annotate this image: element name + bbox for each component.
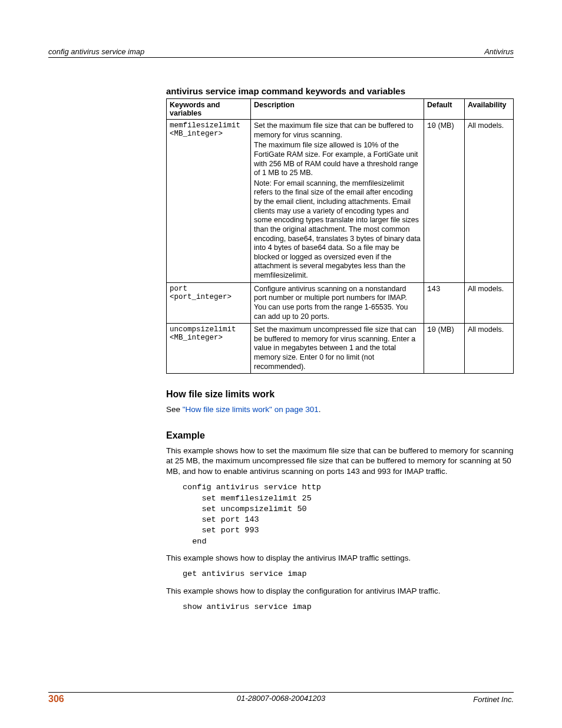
cell-default: 10 (MB)	[424, 324, 465, 374]
header-right: Antivirus	[484, 47, 514, 56]
footer-doc-id: 01-28007-0068-20041203	[237, 694, 325, 703]
page-number: 306	[48, 694, 64, 704]
content-area: antivirus service imap command keywords …	[166, 86, 514, 612]
default-unit: (MB)	[436, 325, 454, 334]
default-value: 10	[427, 326, 436, 334]
header-left: config antivirus service imap	[48, 47, 144, 56]
link-how-file-size-limits[interactable]: "How file size limits work" on page 301	[183, 405, 319, 414]
cell-description: Set the maximum file size that can be bu…	[251, 120, 424, 283]
table-title: antivirus service imap command keywords …	[166, 86, 514, 96]
code-block-config: config antivirus service http set memfil…	[183, 482, 514, 546]
th-availability: Availability	[465, 99, 514, 120]
cell-availability: All models.	[465, 324, 514, 374]
how-see-paragraph: See "How file size limits work" on page …	[166, 404, 514, 415]
desc-paragraph: Set the maximum file size that can be bu…	[254, 121, 421, 140]
cell-keyword: uncompsizelimit <MB_integer>	[167, 324, 251, 374]
default-unit: (MB)	[436, 121, 454, 130]
table-row: uncompsizelimit <MB_integer> Set the max…	[167, 324, 514, 374]
cell-default: 10 (MB)	[424, 120, 465, 283]
page: config antivirus service imap Antivirus …	[0, 0, 562, 728]
code-block-get: get antivirus service imap	[183, 569, 514, 579]
keywords-table: Keywords and variables Description Defau…	[166, 98, 514, 374]
running-header: config antivirus service imap Antivirus	[48, 47, 514, 58]
cell-keyword: memfilesizelimit <MB_integer>	[167, 120, 251, 283]
cell-availability: All models.	[465, 282, 514, 324]
heading-how-file-size: How file size limits work	[166, 389, 514, 400]
cell-description: Set the maximum uncompressed file size t…	[251, 324, 424, 374]
default-value: 143	[427, 285, 441, 294]
default-value: 10	[427, 122, 436, 130]
th-keywords: Keywords and variables	[167, 99, 251, 120]
desc-paragraph: Set the maximum uncompressed file size t…	[254, 325, 421, 371]
th-description: Description	[251, 99, 424, 120]
cell-availability: All models.	[465, 120, 514, 283]
page-footer: 306 01-28007-0068-20041203 Fortinet Inc.	[48, 692, 514, 704]
example-mid-1: This example shows how to display the an…	[166, 553, 514, 564]
desc-paragraph: Note: For email scanning, the memfilesiz…	[254, 179, 421, 281]
desc-paragraph: The maximum file size allowed is 10% of …	[254, 141, 421, 178]
cell-keyword: port <port_integer>	[167, 282, 251, 324]
see-prefix: See	[166, 405, 183, 414]
heading-example: Example	[166, 430, 514, 441]
cell-description: Configure antivirus scanning on a nonsta…	[251, 282, 424, 324]
table-row: port <port_integer> Configure antivirus …	[167, 282, 514, 324]
table-row: memfilesizelimit <MB_integer> Set the ma…	[167, 120, 514, 283]
footer-company: Fortinet Inc.	[473, 695, 514, 704]
example-intro: This example shows how to set the maximu…	[166, 446, 514, 477]
code-block-show: show antivirus service imap	[183, 602, 514, 612]
th-default: Default	[424, 99, 465, 120]
desc-paragraph: Configure antivirus scanning on a nonsta…	[254, 285, 421, 322]
table-header-row: Keywords and variables Description Defau…	[167, 99, 514, 120]
see-period: .	[319, 405, 321, 414]
example-mid-2: This example shows how to display the co…	[166, 586, 514, 597]
cell-default: 143	[424, 282, 465, 324]
